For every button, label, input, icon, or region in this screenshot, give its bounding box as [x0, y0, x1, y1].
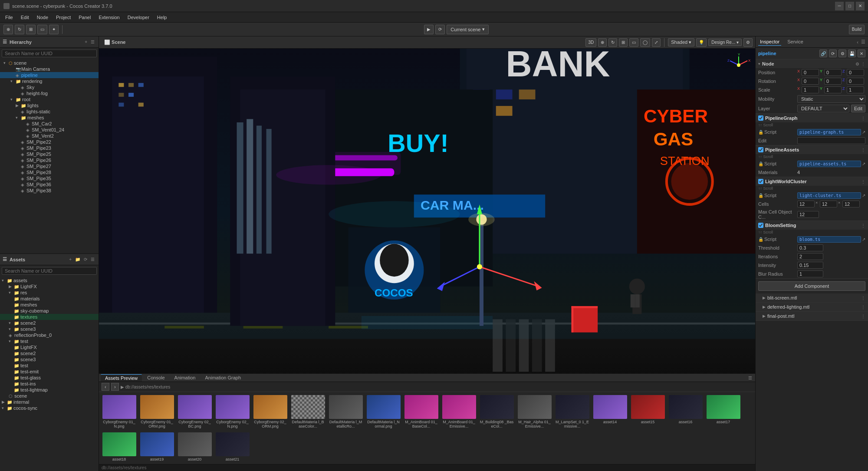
assets-add-btn[interactable]: + [68, 257, 73, 262]
assets-refresh-btn[interactable]: ⟳ [82, 257, 89, 262]
node-settings-btn[interactable]: ⚙ [855, 62, 859, 66]
asset-item-1[interactable]: CyborgEnemy 01_ORM.png [138, 394, 175, 430]
tree-item-sm-car2[interactable]: ◈ SM_Car2 [0, 121, 99, 127]
final-post-header[interactable]: ▶ final-post.mtl ⋮ [756, 312, 868, 320]
prefab-link-btn[interactable]: 🔗 [819, 49, 827, 57]
tree-item-pipeline[interactable]: ◈ pipeline [0, 72, 99, 78]
layer-select[interactable]: DEFAULT [797, 105, 849, 112]
prefab-close-btn[interactable]: ✕ [858, 49, 865, 57]
scene-3d-btn[interactable]: 3D [585, 38, 596, 47]
asset-item-20[interactable]: asset21 [214, 431, 251, 463]
tree-item-scene[interactable]: ▾ ⬡ scene [0, 60, 99, 66]
assets-new-folder-btn[interactable]: 📁 [74, 257, 82, 262]
hierarchy-menu-btn[interactable]: ☰ [89, 39, 96, 45]
scene-btn5[interactable]: ◯ [640, 38, 650, 47]
toolbar-scale-btn[interactable]: ⊞ [26, 25, 36, 34]
toolbar-refresh-btn[interactable]: ⟳ [435, 25, 445, 34]
lwc-check[interactable] [758, 179, 763, 184]
menu-file[interactable]: File [2, 14, 16, 21]
prefab-save-btn[interactable]: 💾 [848, 49, 856, 57]
bloom-intensity-input[interactable] [797, 262, 823, 269]
node-more-btn[interactable]: ⋮ [861, 62, 865, 66]
asset-item-13[interactable]: asset14 [592, 394, 628, 430]
asset-item-2[interactable]: CyborgEnemy 02_BC.png [176, 394, 213, 430]
assets-test-lightmap[interactable]: 📁 test-lightmap [0, 387, 99, 393]
assets-scene3[interactable]: ▾ 📁 scene3 [0, 326, 99, 332]
tree-item-rendering[interactable]: ▾ 📁 rendering [0, 78, 99, 84]
tab-console[interactable]: Console [143, 374, 169, 381]
minimize-button[interactable]: ─ [835, 2, 844, 10]
assets-cocos-sync[interactable]: ▾ 📁 cocos-sync [0, 405, 99, 411]
hierarchy-search-input[interactable] [2, 49, 97, 57]
bloom-more[interactable]: ⋮ [861, 223, 865, 228]
nav-back-btn[interactable]: ‹ [102, 383, 109, 391]
pipeline-graph-header[interactable]: PipelineGraph ⋮ [756, 114, 868, 122]
inspector-menu-btn[interactable]: ☰ [861, 39, 865, 45]
scene-rotate-btn[interactable]: ↻ [608, 38, 617, 47]
bloom-script-input[interactable] [797, 236, 861, 243]
lwc-maxcell-input[interactable] [797, 211, 819, 218]
asset-item-8[interactable]: M_AnimBoard 01_BaseCol... [403, 394, 440, 430]
asset-item-18[interactable]: asset19 [138, 431, 175, 463]
pipeline-graph-check[interactable] [758, 115, 763, 121]
mobility-select[interactable]: Static [797, 95, 865, 103]
bloom-iterations-input[interactable] [797, 253, 823, 260]
asset-item-7[interactable]: DefaultMateria l_Normal.png [365, 394, 402, 430]
assets-lightfx[interactable]: ▶ 📁 LightFX [0, 283, 99, 290]
toolbar-transform-btn[interactable]: ⊕ [3, 25, 13, 34]
asset-item-5[interactable]: DefaultMateria l_BaseColor... [289, 394, 326, 430]
node-section-header[interactable]: ▾ Node ⚙ ⋮ [756, 59, 868, 68]
tab-animation[interactable]: Animation [170, 374, 200, 381]
assets-sky-cubemap[interactable]: 📁 sky-cubemap [0, 308, 99, 314]
scene-light-btn[interactable]: 💡 [696, 38, 707, 47]
final-post-more[interactable]: ⋮ [861, 314, 865, 319]
assets-scene2[interactable]: ▾ 📁 scene2 [0, 320, 99, 326]
asset-item-17[interactable]: asset18 [101, 431, 138, 463]
pa-script-input[interactable] [797, 161, 861, 167]
assets-tree-root[interactable]: ▾ 📁 assets [0, 277, 99, 283]
toolbar-rotate-btn[interactable]: ↻ [15, 25, 24, 34]
toolbar-scene-select[interactable]: Current scene ▾ [447, 25, 489, 34]
tree-item-sm-vent2[interactable]: ◈ SM_Vent2 [0, 133, 99, 139]
menu-extension[interactable]: Extension [95, 14, 123, 21]
blit-more[interactable]: ⋮ [861, 296, 865, 300]
lwc-script-input[interactable] [797, 192, 861, 199]
menu-help[interactable]: Help [154, 14, 171, 21]
bloom-check[interactable] [758, 223, 763, 228]
close-button[interactable]: ✕ [856, 2, 865, 10]
pipeline-assets-more[interactable]: ⋮ [861, 148, 865, 152]
scene-btn4[interactable]: ▭ [629, 38, 638, 47]
lwc-cells-y[interactable] [820, 201, 837, 208]
toolbar-play-btn[interactable]: ▶ [424, 25, 434, 34]
pa-script-link[interactable]: ↗ [862, 161, 865, 167]
tree-item-height-fog[interactable]: ◈ height-fog [0, 90, 99, 96]
toolbar-build-btn[interactable]: Build [849, 25, 865, 34]
bottom-panel-menu[interactable]: ☰ [747, 375, 753, 381]
tree-item-sm-pipe22[interactable]: ◈ SM_Pipe22 [0, 139, 99, 145]
position-x-input[interactable] [802, 69, 819, 76]
tree-item-sm-pipe25[interactable]: ◈ SM_Pipe25 [0, 151, 99, 157]
lwc-more[interactable]: ⋮ [861, 179, 865, 184]
asset-item-4[interactable]: CyborgEnemy 02_ORM.png [252, 394, 289, 430]
assets-res[interactable]: ▾ 📁 res [0, 290, 99, 296]
asset-item-6[interactable]: DefaultMateria l_MetallicRo... [327, 394, 364, 430]
scene-btn3[interactable]: ⊞ [619, 38, 628, 47]
deferred-more[interactable]: ⋮ [861, 305, 865, 310]
assets-menu-btn[interactable]: ☰ [89, 257, 96, 262]
asset-item-14[interactable]: asset15 [629, 394, 666, 430]
asset-item-11[interactable]: M_Hair_Alpha 01_Emissive... [516, 394, 553, 430]
lwc-header[interactable]: LightWorldCluster ⋮ [756, 177, 868, 186]
scale-z-input[interactable] [847, 86, 864, 93]
asset-item-16[interactable]: asset17 [705, 394, 742, 430]
bloom-blurradius-input[interactable] [797, 270, 823, 277]
assets-test-scene3[interactable]: 📁 scene3 [0, 356, 99, 362]
toolbar-universal-btn[interactable]: ✦ [49, 25, 59, 34]
design-res-dropdown[interactable]: Design Re... ▾ [708, 39, 742, 46]
tree-item-main-camera[interactable]: 📷 Main Camera [0, 66, 99, 72]
asset-item-9[interactable]: M_AnimBoard 01_Emissive... [441, 394, 477, 430]
add-component-btn[interactable]: Add Component [758, 281, 865, 291]
tree-item-sm-pipe27[interactable]: ◈ SM_Pipe27 [0, 163, 99, 169]
scene-transform-btn[interactable]: ⊕ [598, 38, 607, 47]
tree-item-sm-vent01[interactable]: ◈ SM_Vent01_24 [0, 127, 99, 133]
maximize-button[interactable]: □ [845, 2, 854, 10]
